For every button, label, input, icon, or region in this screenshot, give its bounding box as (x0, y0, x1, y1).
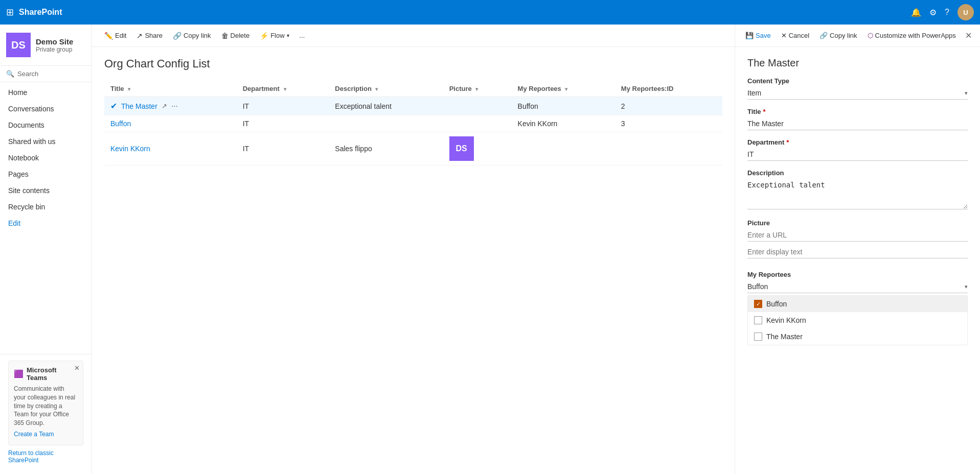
edit-icon: ✏️ (104, 32, 113, 40)
bell-icon[interactable]: 🔔 (911, 8, 921, 17)
flow-button[interactable]: ⚡ Flow ▾ (256, 30, 293, 42)
more-button[interactable]: ... (295, 30, 309, 41)
dropdown-item-kevin[interactable]: Kevin KKorn (748, 312, 967, 328)
row-reportees-id-cell: 2 (615, 97, 722, 115)
dropdown-item-buffon[interactable]: ✓ Buffon (748, 296, 967, 312)
row-dept-cell: IT (237, 132, 329, 165)
checkbox-kevin[interactable] (754, 316, 762, 324)
row-reportees-cell: Buffon (512, 97, 615, 115)
content-type-value: Item (747, 89, 761, 97)
my-reportees-value: Buffon (747, 282, 768, 291)
required-star: * (763, 108, 766, 115)
avatar[interactable]: U (958, 4, 974, 20)
title-input[interactable] (747, 117, 968, 130)
app-layout: DS Demo Site Private group 🔍 Search Home… (0, 25, 980, 474)
panel-customize-button[interactable]: ⬡ Customize with PowerApps (863, 30, 960, 41)
flow-icon: ⚡ (260, 32, 268, 40)
chevron-down-icon: ▾ (965, 90, 968, 97)
department-field: Department * (747, 138, 968, 161)
table-row: Buffon IT Kevin KKorn 3 (104, 115, 722, 132)
delete-button[interactable]: 🗑 Delete (217, 30, 254, 42)
search-icon: 🔍 (6, 70, 14, 78)
help-icon[interactable]: ? (945, 8, 949, 17)
description-field: Description Exceptional talent (747, 169, 968, 211)
sidebar-item-shared-with-us[interactable]: Shared with us (0, 133, 92, 150)
panel-close-icon[interactable]: ✕ (963, 29, 974, 42)
department-input[interactable] (747, 148, 968, 161)
edit-button[interactable]: ✏️ Edit (100, 30, 130, 42)
row-desc-cell (329, 115, 443, 132)
dropdown-item-label: The Master (766, 333, 803, 341)
share-button[interactable]: ↗ Share (132, 30, 167, 42)
copy-link-icon: 🔗 (819, 32, 828, 39)
customize-label: Customize with PowerApps (875, 32, 956, 39)
sidebar-item-recycle-bin[interactable]: Recycle bin (0, 199, 92, 215)
row-reportees-id-cell (615, 132, 722, 165)
row-desc-cell: Sales flippo (329, 132, 443, 165)
copy-link-button[interactable]: 🔗 Copy link (169, 30, 215, 42)
right-panel: 💾 Save ✕ Cancel 🔗 Copy link ⬡ Customize … (735, 25, 980, 474)
chevron-down-icon: ▾ (965, 283, 968, 290)
description-input[interactable]: Exceptional talent (747, 179, 968, 209)
picture-display-input[interactable] (747, 246, 968, 258)
sidebar-footer: ✕ 🟪 Microsoft Teams Communicate with you… (0, 354, 92, 474)
sort-icon[interactable]: ▾ (565, 86, 567, 92)
row-more-icon[interactable]: ⋯ (171, 102, 178, 110)
row-reportees-cell (512, 132, 615, 165)
row-check-icon[interactable]: ✔ (110, 101, 117, 111)
row-title-link[interactable]: The Master (121, 102, 157, 110)
copy-link-label: Copy link (830, 32, 857, 39)
teams-body: Communicate with your colleagues in real… (14, 385, 78, 428)
sort-icon[interactable]: ▾ (475, 86, 478, 92)
powerapps-icon: ⬡ (868, 32, 873, 39)
col-my-reportees-id: My Reportees:ID (615, 81, 722, 97)
row-title-link[interactable]: Kevin KKorn (110, 145, 150, 153)
checkbox-buffon[interactable]: ✓ (754, 300, 762, 308)
col-department: Department ▾ (237, 81, 329, 97)
site-type: Private group (36, 46, 73, 53)
close-teams-icon[interactable]: ✕ (74, 364, 80, 372)
save-label: Save (756, 32, 771, 39)
sidebar-item-edit[interactable]: Edit (0, 215, 92, 231)
sort-icon[interactable]: ▾ (128, 86, 130, 92)
row-share-icon[interactable]: ↗ (162, 102, 167, 110)
teams-title: Microsoft Teams (27, 366, 78, 382)
row-dept-cell: IT (237, 97, 329, 115)
search-bar[interactable]: 🔍 Search (0, 66, 92, 82)
top-nav-actions: 🔔 ⚙ ? U (911, 4, 974, 20)
sort-icon[interactable]: ▾ (375, 86, 378, 92)
sidebar-item-home[interactable]: Home (0, 84, 92, 101)
waffle-icon[interactable]: ⊞ (6, 7, 14, 18)
checkbox-master[interactable] (754, 333, 762, 341)
panel-cancel-button[interactable]: ✕ Cancel (777, 30, 813, 41)
my-reportees-select[interactable]: Buffon ▾ (747, 280, 968, 293)
sidebar-item-site-contents[interactable]: Site contents (0, 182, 92, 199)
panel-toolbar: 💾 Save ✕ Cancel 🔗 Copy link ⬡ Customize … (735, 25, 980, 47)
row-picture-cell (443, 97, 512, 115)
sidebar-item-pages[interactable]: Pages (0, 166, 92, 182)
site-header: DS Demo Site Private group (0, 25, 92, 66)
content-type-select[interactable]: Item ▾ (747, 87, 968, 100)
row-title-link[interactable]: Buffon (110, 120, 131, 128)
sort-icon[interactable]: ▾ (284, 86, 286, 92)
app-logo: SharePoint (19, 8, 62, 17)
more-label: ... (300, 32, 305, 39)
row-title-cell: Kevin KKorn (104, 132, 237, 165)
sidebar-item-notebook[interactable]: Notebook (0, 150, 92, 166)
panel-copy-link-button[interactable]: 🔗 Copy link (815, 30, 861, 41)
create-team-link[interactable]: Create a Team (14, 431, 78, 438)
sidebar-item-documents[interactable]: Documents (0, 117, 92, 133)
delete-icon: 🗑 (221, 32, 229, 40)
sidebar-item-conversations[interactable]: Conversations (0, 101, 92, 117)
my-reportees-label: My Reportees (747, 271, 968, 278)
data-table: Title ▾ Department ▾ Description ▾ Pic (104, 81, 722, 165)
dropdown-item-master[interactable]: The Master (748, 328, 967, 345)
delete-label: Delete (231, 32, 250, 39)
picture-url-input[interactable] (747, 229, 968, 242)
return-classic-link[interactable]: Return to classic SharePoint (8, 445, 83, 468)
settings-icon[interactable]: ⚙ (929, 8, 937, 17)
panel-save-button[interactable]: 💾 Save (741, 30, 775, 41)
picture-thumbnail: DS (449, 136, 474, 161)
top-nav: ⊞ SharePoint 🔔 ⚙ ? U (0, 0, 980, 25)
row-reportees-cell: Kevin KKorn (512, 115, 615, 132)
